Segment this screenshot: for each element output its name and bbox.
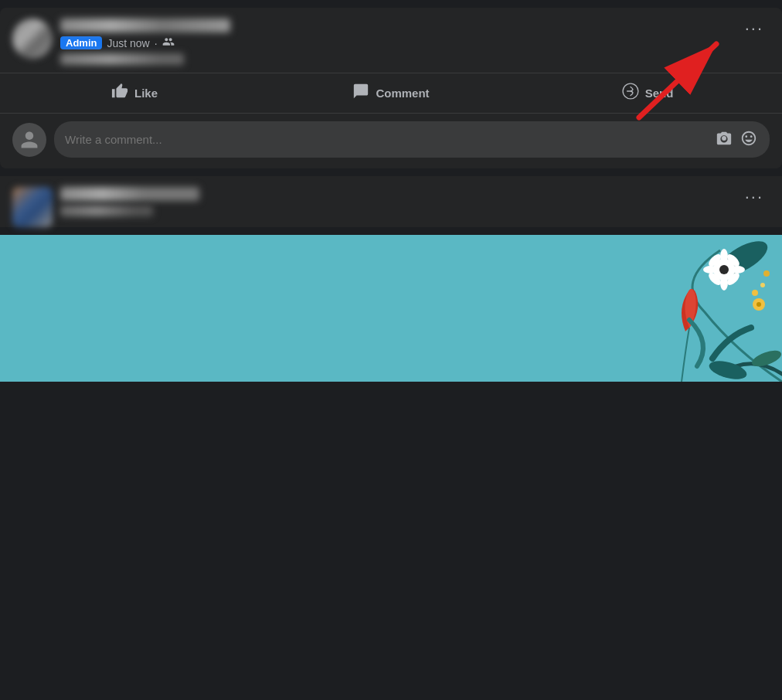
svg-point-18 bbox=[763, 270, 770, 277]
post2-header-left bbox=[12, 187, 199, 227]
post2-more-options-button[interactable]: ··· bbox=[739, 185, 770, 209]
svg-point-6 bbox=[720, 249, 728, 264]
send-icon bbox=[622, 83, 639, 104]
post-header-left: Admin Just now · bbox=[12, 19, 230, 65]
commenter-avatar bbox=[12, 123, 46, 157]
comment-actions bbox=[714, 128, 759, 151]
floral-svg bbox=[488, 235, 782, 382]
post2-meta bbox=[60, 187, 199, 216]
more-options-button[interactable]: ··· bbox=[739, 17, 770, 40]
dot-separator: · bbox=[155, 37, 158, 49]
comment-label: Comment bbox=[376, 87, 429, 100]
post2-sub-blurred bbox=[60, 206, 153, 216]
action-bar: Like Comment Send bbox=[0, 73, 782, 113]
comment-button[interactable]: Comment bbox=[263, 76, 519, 110]
svg-point-5 bbox=[719, 265, 729, 274]
post2-header: ··· bbox=[12, 187, 770, 227]
send-label: Send bbox=[645, 87, 674, 100]
post-card-2: ··· bbox=[0, 176, 782, 227]
svg-point-8 bbox=[703, 266, 719, 274]
post-card-1: Admin Just now · ··· bbox=[0, 8, 782, 168]
like-label: Like bbox=[134, 87, 158, 100]
post2-name-blurred bbox=[60, 187, 199, 201]
post-meta: Admin Just now · bbox=[60, 19, 230, 65]
admin-badge: Admin bbox=[60, 36, 102, 49]
author-name-blurred bbox=[60, 19, 230, 32]
svg-point-9 bbox=[729, 266, 745, 274]
privacy-icon bbox=[162, 36, 175, 50]
avatar2 bbox=[12, 187, 53, 227]
comment-area bbox=[0, 114, 782, 168]
send-button[interactable]: Send bbox=[519, 76, 776, 110]
comment-input[interactable] bbox=[65, 133, 706, 146]
post-subtitle-blurred bbox=[60, 53, 184, 65]
camera-button[interactable] bbox=[714, 128, 734, 151]
svg-point-7 bbox=[720, 275, 728, 291]
post-time: Just now bbox=[107, 37, 149, 49]
post-meta-row: Admin Just now · bbox=[60, 36, 230, 50]
avatar bbox=[12, 19, 53, 59]
like-button[interactable]: Like bbox=[6, 76, 263, 110]
comment-icon bbox=[352, 83, 369, 104]
post-header: Admin Just now · ··· bbox=[0, 8, 782, 73]
emoji-button[interactable] bbox=[739, 128, 759, 151]
comment-input-wrapper[interactable] bbox=[54, 121, 770, 158]
like-icon bbox=[111, 83, 128, 104]
svg-point-17 bbox=[760, 283, 765, 287]
svg-point-15 bbox=[756, 302, 761, 307]
bottom-decoration bbox=[0, 235, 782, 382]
svg-point-16 bbox=[752, 290, 758, 296]
